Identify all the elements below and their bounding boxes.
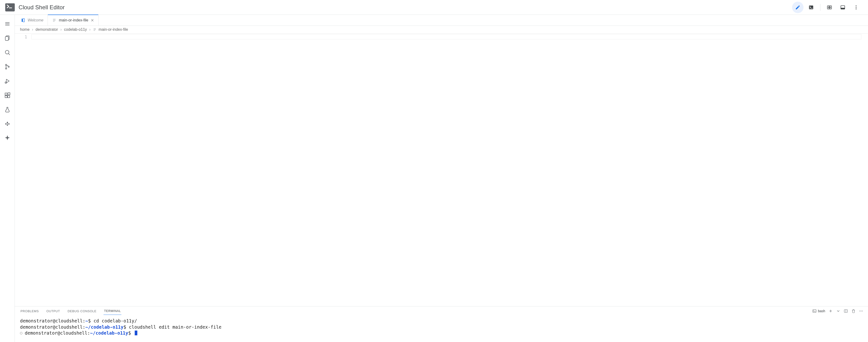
welcome-icon bbox=[21, 18, 25, 22]
source-control-button[interactable] bbox=[2, 61, 13, 73]
explorer-button[interactable] bbox=[2, 32, 13, 44]
preview-button[interactable] bbox=[824, 2, 835, 13]
terminal-line: demonstrator@cloudshell:~$ cd codelab-o1… bbox=[20, 318, 137, 323]
breadcrumb-item[interactable]: demonstrator bbox=[35, 27, 58, 32]
tab-label: Welcome bbox=[28, 18, 43, 22]
svg-rect-0 bbox=[5, 3, 15, 9]
terminal-dropdown-button[interactable] bbox=[836, 309, 840, 313]
code-area[interactable] bbox=[31, 34, 861, 39]
svg-point-11 bbox=[856, 7, 857, 8]
terminal-cursor bbox=[135, 331, 137, 335]
editor-tabs: Welcome main-or-index-file bbox=[15, 15, 868, 26]
svg-rect-9 bbox=[841, 8, 845, 9]
panel-more-button[interactable] bbox=[859, 309, 863, 313]
line-gutter: 1 bbox=[15, 34, 31, 306]
breadcrumb-item[interactable]: main-or-index-file bbox=[93, 27, 128, 32]
terminal-line: demonstrator@cloudshell:~/codelab-o11y$ bbox=[20, 330, 137, 336]
editor-body[interactable]: 1 bbox=[15, 33, 868, 306]
more-menu-button[interactable] bbox=[850, 2, 862, 13]
search-button[interactable] bbox=[2, 47, 13, 58]
hamburger-menu-button[interactable] bbox=[2, 18, 13, 30]
panel-tab-terminal[interactable]: TERMINAL bbox=[103, 307, 121, 315]
svg-rect-28 bbox=[5, 93, 7, 95]
extensions-button[interactable] bbox=[2, 90, 13, 101]
run-debug-button[interactable] bbox=[2, 75, 13, 87]
panel-tab-debug[interactable]: DEBUG CONSOLE bbox=[67, 308, 97, 315]
svg-point-12 bbox=[856, 8, 857, 9]
svg-point-48 bbox=[860, 311, 860, 312]
svg-line-19 bbox=[8, 54, 9, 55]
editor-column: Welcome main-or-index-file home › demons… bbox=[15, 15, 868, 342]
svg-rect-31 bbox=[8, 93, 10, 95]
svg-rect-4 bbox=[809, 5, 813, 9]
svg-rect-30 bbox=[8, 95, 10, 98]
layout-button[interactable] bbox=[837, 2, 848, 13]
svg-point-21 bbox=[5, 68, 6, 69]
bottom-panel: PROBLEMS OUTPUT DEBUG CONSOLE TERMINAL b… bbox=[15, 306, 868, 342]
svg-point-10 bbox=[856, 5, 857, 6]
terminal-output[interactable]: demonstrator@cloudshell:~$ cd codelab-o1… bbox=[15, 316, 868, 342]
cloud-shell-logo-icon bbox=[5, 3, 15, 11]
breadcrumb: home › demonstrator › codelab-o11y › mai… bbox=[15, 26, 868, 33]
dirty-indicator-icon bbox=[20, 332, 22, 334]
test-button[interactable] bbox=[2, 104, 13, 115]
top-header: Cloud Shell Editor bbox=[0, 0, 868, 15]
line-number: 1 bbox=[15, 34, 27, 39]
app-title: Cloud Shell Editor bbox=[19, 4, 65, 11]
svg-rect-17 bbox=[5, 37, 8, 40]
terminal-line: demonstrator@cloudshell:~/codelab-o11y$ … bbox=[20, 324, 222, 330]
brand: Cloud Shell Editor bbox=[5, 3, 65, 11]
split-terminal-button[interactable] bbox=[844, 309, 848, 313]
chevron-right-icon: › bbox=[60, 27, 62, 32]
open-editor-button[interactable] bbox=[792, 2, 804, 13]
tab-welcome[interactable]: Welcome bbox=[17, 15, 48, 26]
breadcrumb-item[interactable]: home bbox=[20, 27, 30, 32]
file-icon bbox=[93, 28, 97, 31]
chevron-right-icon: › bbox=[89, 27, 90, 32]
breadcrumb-label: home bbox=[20, 27, 30, 32]
cloud-code-button[interactable] bbox=[2, 118, 13, 130]
breadcrumb-label: main-or-index-file bbox=[98, 27, 128, 32]
breadcrumb-item[interactable]: codelab-o11y bbox=[64, 27, 87, 32]
svg-rect-29 bbox=[5, 95, 7, 98]
terminal-profile-selector[interactable]: bash bbox=[812, 309, 825, 313]
kill-terminal-button[interactable] bbox=[851, 309, 856, 313]
header-actions bbox=[792, 2, 862, 13]
separator bbox=[820, 4, 820, 11]
tab-active-file[interactable]: main-or-index-file bbox=[48, 15, 98, 26]
panel-tab-problems[interactable]: PROBLEMS bbox=[20, 308, 39, 315]
svg-point-50 bbox=[862, 311, 863, 312]
svg-point-7 bbox=[829, 7, 830, 8]
svg-point-49 bbox=[861, 311, 862, 312]
open-terminal-button[interactable] bbox=[805, 2, 817, 13]
svg-rect-33 bbox=[23, 19, 25, 22]
ai-assist-button[interactable] bbox=[2, 133, 13, 144]
workbench: Welcome main-or-index-file home › demons… bbox=[0, 15, 868, 342]
panel-actions: bash bbox=[812, 309, 863, 313]
svg-point-20 bbox=[5, 64, 6, 65]
svg-rect-42 bbox=[813, 310, 816, 312]
file-icon bbox=[52, 18, 56, 22]
tab-label: main-or-index-file bbox=[59, 18, 88, 22]
svg-point-22 bbox=[8, 66, 9, 67]
svg-rect-2 bbox=[7, 11, 13, 11]
chevron-right-icon: › bbox=[32, 27, 33, 32]
new-terminal-button[interactable] bbox=[829, 309, 833, 313]
svg-rect-32 bbox=[22, 19, 23, 22]
activity-bar bbox=[0, 15, 15, 342]
panel-tabs: PROBLEMS OUTPUT DEBUG CONSOLE TERMINAL b… bbox=[15, 307, 868, 316]
terminal-profile-label: bash bbox=[818, 309, 825, 313]
breadcrumb-label: codelab-o11y bbox=[64, 27, 87, 32]
breadcrumb-label: demonstrator bbox=[35, 27, 58, 32]
panel-tab-output[interactable]: OUTPUT bbox=[46, 308, 60, 315]
close-icon[interactable] bbox=[91, 19, 94, 22]
